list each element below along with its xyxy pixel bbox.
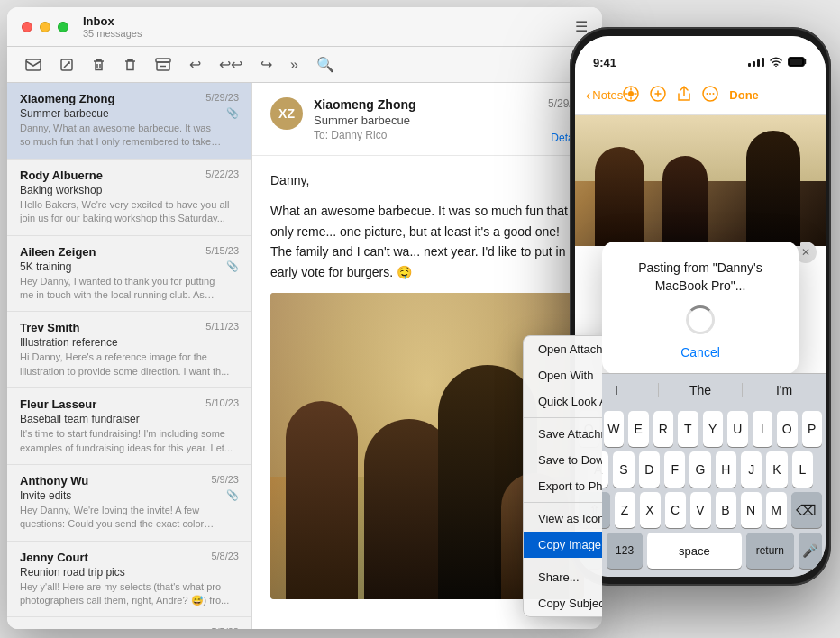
avatar: XZ	[270, 97, 303, 130]
list-item[interactable]: Rody Albuerne 5/22/23 Baking workshop He…	[7, 160, 251, 236]
return-key[interactable]: return	[746, 533, 794, 569]
signal-icon	[748, 58, 764, 67]
key-x[interactable]: X	[640, 492, 661, 528]
space-key[interactable]: space	[647, 533, 742, 569]
mail-preview: It's time to start fundraising! I'm incl…	[20, 427, 239, 455]
notes-nav-actions: Done	[623, 86, 759, 105]
mail-window: Inbox 35 messages ☰	[7, 7, 602, 629]
more-options-icon[interactable]	[702, 86, 718, 105]
archive-icon[interactable]	[155, 58, 171, 71]
key-t[interactable]: T	[678, 411, 698, 447]
new-message-icon[interactable]	[25, 59, 41, 71]
key-j[interactable]: J	[741, 451, 762, 488]
word-suggestion[interactable]: The	[659, 383, 743, 397]
filter-icon[interactable]: ☰	[575, 18, 588, 35]
mail-preview: Hey y'all! Here are my selects (that's w…	[20, 580, 239, 608]
key-l[interactable]: L	[792, 451, 813, 488]
close-button[interactable]	[22, 22, 32, 32]
cancel-button[interactable]: Cancel	[616, 345, 784, 360]
delete-icon[interactable]	[123, 58, 137, 72]
minimize-button[interactable]	[40, 22, 50, 32]
key-r[interactable]: R	[653, 411, 674, 447]
context-open-attachment[interactable]: Open Attachment	[524, 336, 602, 362]
keyboard-row-1: Q W E R T Y U I O P	[579, 411, 822, 447]
context-copy-image[interactable]: Copy Image	[524, 532, 602, 558]
list-item[interactable]: Aileen Zeigen 5/15/23 5K training Hey Da…	[7, 236, 251, 313]
word-suggestion[interactable]: I'm	[743, 383, 826, 397]
context-export-photos[interactable]: Export to Photos	[524, 473, 602, 499]
list-item[interactable]: Jenny Court 5/8/23 Reunion road trip pic…	[7, 542, 251, 618]
mail-preview: Hi Danny, Here's a reference image for t…	[20, 351, 239, 378]
key-s[interactable]: S	[613, 451, 634, 488]
list-item[interactable]: Xiaomeng Zhong 5/29/23 Summer barbecue D…	[7, 83, 251, 160]
reply-icon[interactable]: ↩	[189, 56, 201, 73]
maximize-button[interactable]	[58, 22, 68, 32]
microphone-key[interactable]: 🎤	[799, 533, 822, 569]
key-p[interactable]: P	[802, 411, 823, 447]
forward-icon[interactable]: ↪	[260, 56, 272, 73]
key-b[interactable]: B	[716, 492, 736, 528]
key-y[interactable]: Y	[703, 411, 724, 447]
share-icon[interactable]	[677, 86, 691, 105]
compose-icon[interactable]	[59, 58, 74, 72]
key-f[interactable]: F	[664, 451, 685, 488]
mail-preview: Hey Danny, We're loving the invite! A fe…	[20, 504, 223, 532]
wifi-icon	[770, 57, 782, 68]
context-save-downloads[interactable]: Save to Downloads Folder	[524, 447, 602, 473]
checklist-icon[interactable]	[623, 86, 639, 105]
trash-icon[interactable]	[92, 58, 105, 72]
notes-back-label: Notes	[592, 88, 623, 102]
notes-done-button[interactable]: Done	[729, 88, 759, 102]
context-share[interactable]: Share...	[524, 564, 602, 590]
list-item[interactable]: Fleur Lasseur 5/10/23 Baseball team fund…	[7, 388, 251, 465]
key-h[interactable]: H	[716, 451, 736, 488]
context-menu: Open Attachment Open With ▶ Quick Look A…	[523, 335, 602, 617]
key-e[interactable]: E	[628, 411, 649, 447]
iphone-device: 9:41	[570, 27, 831, 586]
window-title-group: Inbox 35 messages	[83, 14, 575, 39]
key-d[interactable]: D	[639, 451, 660, 488]
key-m[interactable]: M	[766, 492, 787, 528]
key-i[interactable]: I	[753, 411, 773, 447]
edit-icon[interactable]	[650, 86, 666, 105]
context-open-with[interactable]: Open With ▶	[524, 362, 602, 388]
mail-subject: Baseball team fundraiser	[20, 413, 239, 425]
sender-name: Rich Dinh	[20, 626, 75, 629]
list-item[interactable]: Rich Dinh 5/5/23 Trip to Zion National P…	[7, 617, 251, 629]
attachment-icon: 📎	[226, 260, 239, 272]
notes-photo	[575, 115, 826, 246]
mail-date: 5/5/23	[211, 626, 239, 629]
mail-subject: Summer barbecue	[20, 107, 223, 120]
key-n[interactable]: N	[741, 492, 762, 528]
search-icon[interactable]: 🔍	[316, 56, 334, 73]
context-view-icon[interactable]: View as Icon	[524, 506, 602, 532]
list-item[interactable]: Anthony Wu 5/9/23 Invite edits Hey Danny…	[7, 465, 251, 542]
mail-date: 5/29/23	[205, 92, 239, 105]
key-z[interactable]: Z	[615, 492, 635, 528]
email-meta: Xiaomeng Zhong Summer barbecue To: Danny…	[314, 97, 537, 141]
reply-all-icon[interactable]: ↩↩	[219, 56, 242, 73]
notes-back-button[interactable]: ‹ Notes	[586, 87, 623, 104]
key-g[interactable]: G	[689, 451, 710, 488]
email-header: XZ Xiaomeng Zhong Summer barbecue To: Da…	[252, 83, 602, 156]
key-o[interactable]: O	[777, 411, 798, 447]
email-subject: Summer barbecue	[314, 114, 537, 127]
iphone-screen: 9:41	[575, 36, 826, 577]
svg-point-4	[775, 65, 777, 66]
key-v[interactable]: V	[690, 492, 711, 528]
key-k[interactable]: K	[766, 451, 787, 488]
keyboard-row-2: A S D F G H J K L	[579, 451, 822, 488]
more-icon[interactable]: »	[290, 57, 298, 73]
delete-key[interactable]: ⌫	[791, 492, 823, 528]
context-save-attachment[interactable]: Save Attachment...	[524, 421, 602, 447]
numbers-key[interactable]: 123	[607, 533, 642, 569]
list-item[interactable]: Trev Smith 5/11/23 Illustration referenc…	[7, 312, 251, 388]
mail-date: 5/8/23	[211, 551, 239, 564]
key-c[interactable]: C	[665, 492, 686, 528]
key-u[interactable]: U	[727, 411, 748, 447]
context-quick-look[interactable]: Quick Look Attachment	[524, 388, 602, 415]
sender-name: Trev Smith	[20, 321, 79, 334]
key-w[interactable]: W	[604, 411, 625, 447]
sender-name: Jenny Court	[20, 551, 88, 564]
context-copy-subject[interactable]: Copy Subject	[524, 590, 602, 616]
